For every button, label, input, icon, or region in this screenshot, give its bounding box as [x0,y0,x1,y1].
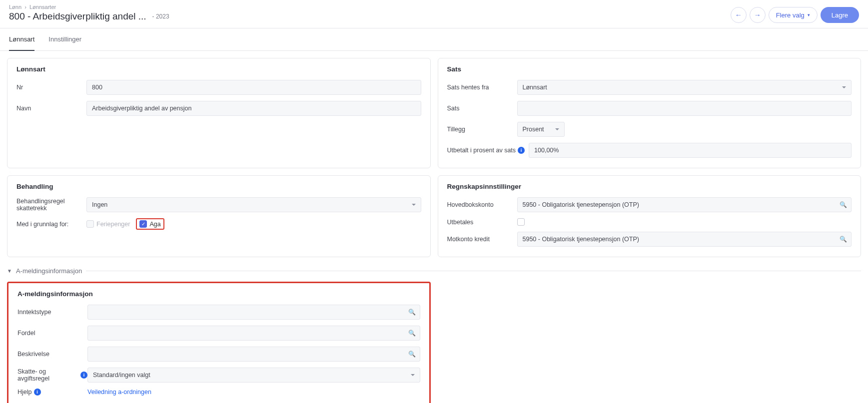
next-button[interactable]: → [750,7,766,23]
paid-label: Utbetales [447,219,517,226]
search-icon[interactable]: 🔍 [408,309,416,316]
checkmark-icon: ✓ [139,220,147,228]
checkbox-feriepenger[interactable]: Feriepenger [86,220,130,228]
prev-button[interactable]: ← [731,7,747,23]
rate-label: Sats [447,105,517,112]
card-rate-title: Sats [447,65,852,73]
breadcrumb-current[interactable]: Lønnsarter [29,4,56,10]
benefit-input[interactable]: 🔍 [87,326,420,341]
info-icon[interactable]: i [80,372,87,379]
description-label: Beskrivelse [17,351,87,358]
counter-account-label: Motkonto kredit [447,236,517,243]
save-button[interactable]: Lagre [821,7,859,23]
chevron-down-icon: ▼ [7,268,12,274]
checkbox-box-icon [86,220,94,228]
page-header: Lønn › Lønnsarter 800 - Arbeidsgiverplik… [0,0,868,28]
arrow-left-icon: ← [735,11,742,19]
main-account-label: Hovedbokskonto [447,201,517,208]
tab-settings[interactable]: Innstillinger [48,28,81,50]
nr-input[interactable]: 800 [86,80,421,95]
counter-account-input[interactable]: 5950 - Obligatorisk tjenestepensjon (OTP… [517,232,852,247]
card-accounting: Regnskapsinnstillinger Hovedbokskonto 59… [438,175,862,257]
arrow-right-icon: → [754,11,761,19]
tax-rule2-select[interactable]: Standard/ingen valgt [87,368,420,383]
income-type-label: Inntektstype [17,309,87,316]
tax-rule2-value: Standard/ingen valgt [93,372,150,379]
card-accounting-title: Regnskapsinnstillinger [447,183,852,190]
search-icon[interactable]: 🔍 [840,201,847,208]
section-toggle-amelding[interactable]: ▼ A-meldingsinformasjon [7,264,861,275]
name-label: Navn [16,105,86,112]
addition-value: Prosent [523,126,544,133]
search-icon[interactable]: 🔍 [840,236,847,243]
tab-wagetype[interactable]: Lønnsart [9,28,34,51]
rate-source-label: Sats hentes fra [447,84,517,91]
nr-value: 800 [92,84,102,91]
breadcrumb-parent[interactable]: Lønn [9,4,21,10]
addition-label: Tillegg [447,126,517,133]
card-amelding-title: A-meldingsinformasjon [17,290,420,298]
save-label: Lagre [832,11,848,19]
checkbox-box-icon [517,218,525,226]
divider-line [86,271,861,271]
rate-source-select[interactable]: Lønnsart [517,80,852,95]
page-title: 800 - Arbeidsgiverpliktig andel ... [9,11,146,22]
tax-rule2-label: Skatte- og avgiftsregel i [17,368,87,382]
checkbox-aga-label: Aga [149,221,160,228]
checkbox-paid[interactable] [517,218,525,226]
info-icon[interactable]: i [518,147,525,154]
chevron-down-icon: ▾ [808,12,810,17]
basis-label: Med i grunnlag for: [16,221,86,228]
card-treatment: Behandling Behandlingsregel skattetrekk … [7,175,431,257]
nr-label: Nr [16,84,86,91]
tax-rule-label: Behandlingsregel skattetrekk [16,198,86,212]
more-options-label: Flere valg [776,11,805,19]
name-value: Arbeidsgiverpliktig andel av pensjon [92,105,191,112]
income-type-input[interactable]: 🔍 [87,305,420,320]
highlight-aga: ✓ Aga [136,218,164,230]
main-account-input[interactable]: 5950 - Obligatorisk tjenestepensjon (OTP… [517,197,852,212]
checkbox-aga[interactable]: ✓ Aga [139,220,160,228]
card-treatment-title: Behandling [16,183,421,190]
tax-rule-select[interactable]: Ingen [86,197,421,212]
breadcrumb[interactable]: Lønn › Lønnsarter [9,4,169,10]
benefit-label: Fordel [17,330,87,337]
search-icon[interactable]: 🔍 [408,351,416,358]
info-icon[interactable]: i [34,389,41,396]
highlight-amelding-card: A-meldingsinformasjon Inntektstype 🔍 For… [7,282,431,403]
tabs: Lønnsart Innstillinger [0,28,868,51]
main-account-value: 5950 - Obligatorisk tjenestepensjon (OTP… [523,201,639,208]
page-year: - 2023 [152,13,169,20]
description-input[interactable]: 🔍 [87,347,420,362]
percent-label: Utbetalt i prosent av sats i [447,147,525,154]
rate-source-value: Lønnsart [523,84,547,91]
card-wagetype: Lønnsart Nr 800 Navn Arbeidsgiverpliktig… [7,58,431,168]
rate-input[interactable] [517,101,852,116]
checkbox-feriepenger-label: Feriepenger [96,221,130,228]
more-options-button[interactable]: Flere valg ▾ [769,7,818,23]
tax-rule-value: Ingen [92,201,107,208]
percent-input[interactable]: 100,00% [529,143,852,158]
help-label: Hjelp i [17,389,87,396]
name-input[interactable]: Arbeidsgiverpliktig andel av pensjon [86,101,421,116]
content-grid: Lønnsart Nr 800 Navn Arbeidsgiverpliktig… [0,51,868,403]
search-icon[interactable]: 🔍 [408,330,416,337]
addition-select[interactable]: Prosent [517,122,565,137]
section-amelding-title: A-meldingsinformasjon [16,267,82,275]
help-link[interactable]: Veiledning a-ordningen [87,389,151,396]
card-amelding: A-meldingsinformasjon Inntektstype 🔍 For… [8,283,429,403]
card-rate: Sats Sats hentes fra Lønnsart Sats Tille… [438,58,862,168]
counter-account-value: 5950 - Obligatorisk tjenestepensjon (OTP… [523,236,639,243]
card-wagetype-title: Lønnsart [16,65,421,73]
percent-value: 100,00% [534,147,559,154]
